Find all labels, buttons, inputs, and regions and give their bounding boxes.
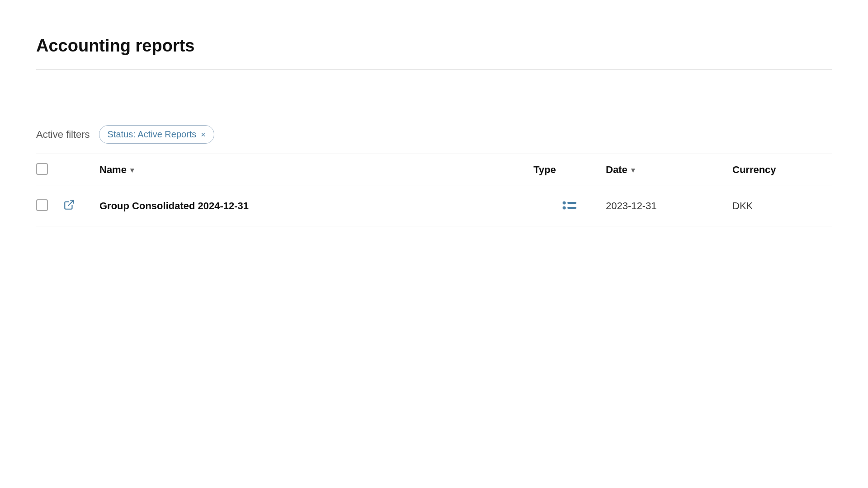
page-container: Accounting reports Active filters Status… [0,0,868,244]
page-title: Accounting reports [36,36,832,56]
title-divider [36,69,832,70]
list-icon-svg [562,200,577,212]
svg-point-3 [563,206,566,210]
filter-chip-close-icon[interactable]: × [201,131,206,139]
table-row: Group Consolidated 2024-12-31 2023-12-31… [36,186,832,226]
row-name[interactable]: Group Consolidated 2024-12-31 [99,200,533,212]
table-container: Name ▾ Type Date ▾ Currency [36,154,832,226]
row-checkbox-cell [36,199,63,213]
filter-chip-text: Status: Active Reports [108,129,197,140]
header-checkbox[interactable] [36,163,48,175]
header-checkbox-cell [36,163,63,177]
name-sort-icon: ▾ [130,166,134,174]
header-type: Type [533,164,606,176]
svg-rect-4 [567,207,576,209]
date-sort-icon: ▾ [631,166,635,174]
row-currency: DKK [732,200,832,212]
filter-bar: Active filters Status: Active Reports × [36,115,832,154]
row-type-icon [533,200,606,212]
header-currency: Currency [732,164,832,176]
header-name-label: Name [99,164,127,176]
header-date-label: Date [606,164,627,176]
row-date: 2023-12-31 [606,200,732,212]
svg-line-0 [68,200,74,206]
external-link-icon[interactable] [63,202,75,213]
svg-rect-2 [567,202,576,204]
row-icon-cell[interactable] [63,199,99,213]
header-name[interactable]: Name ▾ [99,164,533,176]
svg-point-1 [563,202,566,205]
table-header: Name ▾ Type Date ▾ Currency [36,154,832,186]
header-date[interactable]: Date ▾ [606,164,732,176]
row-checkbox[interactable] [36,199,48,211]
active-filters-label: Active filters [36,129,90,141]
filter-chip-status[interactable]: Status: Active Reports × [99,125,214,144]
